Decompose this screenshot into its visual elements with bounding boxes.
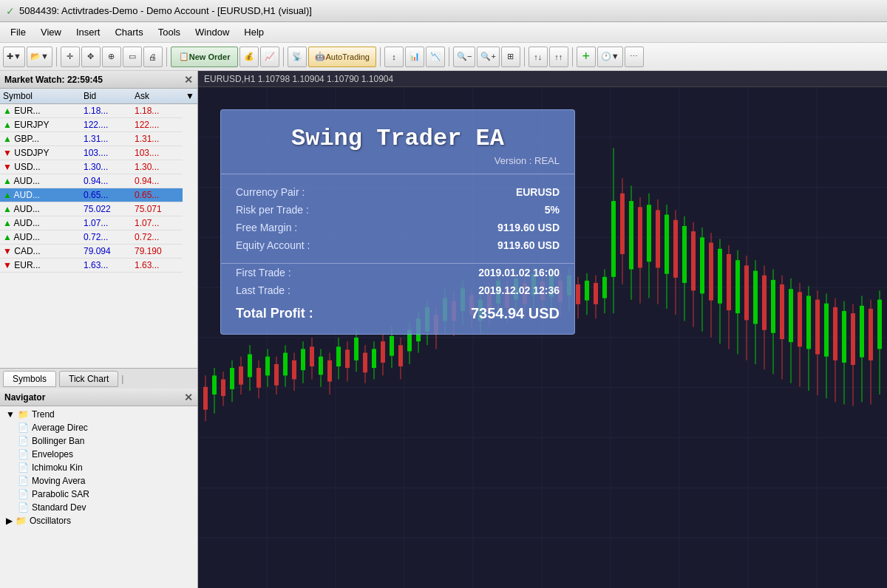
toolbar-open[interactable]: 📂▼: [27, 47, 52, 67]
ask-value: 79.190: [132, 245, 183, 259]
market-watch-row[interactable]: ▲ AUD... 0.94... 0.94...: [0, 174, 197, 188]
ea-row-value: 9119.60 USD: [497, 239, 560, 251]
nav-parabolic[interactable]: 📄 Parabolic SAR: [0, 488, 197, 501]
market-watch-row[interactable]: ▼ CAD... 79.094 79.190: [0, 245, 197, 259]
toolbar-window-tile[interactable]: ⊞: [501, 47, 520, 67]
toolbar: ✚▼ 📂▼ ✛ ✥ ⊕ ▭ 🖨 📋 New Order 💰 📈 📡 🤖 Auto…: [0, 43, 887, 71]
nav-std-dev[interactable]: 📄 Standard Dev: [0, 501, 197, 514]
toolbar-sep-1: [56, 47, 57, 66]
market-watch: Market Watch: 22:59:45 ✕ Symbol Bid Ask …: [0, 71, 197, 389]
toolbar-chart3[interactable]: 📉: [426, 47, 445, 67]
toolbar-chart1[interactable]: ↕: [384, 47, 404, 67]
arrow-up-icon: ▲: [3, 120, 12, 130]
toolbar-period2[interactable]: ↑↑: [549, 47, 568, 67]
col-sort[interactable]: ▼: [183, 89, 197, 104]
market-watch-row[interactable]: ▲ AUD... 75.022 75.071: [0, 202, 197, 216]
toolbar-rect[interactable]: ▭: [123, 47, 142, 67]
ea-trade-label: Last Trade :: [236, 284, 290, 296]
navigator-close[interactable]: ✕: [184, 392, 193, 403]
folder-icon-2: 📁: [16, 516, 27, 526]
toolbar-chart2[interactable]: 📊: [405, 47, 424, 67]
col-ask: Ask: [132, 89, 183, 104]
svg-rect-108: [594, 283, 598, 304]
toolbar-period1[interactable]: ↑↓: [529, 47, 548, 67]
toolbar-trade2[interactable]: 📈: [260, 47, 279, 67]
toolbar-print[interactable]: 🖨: [143, 47, 163, 67]
tab-symbols[interactable]: Symbols: [3, 371, 56, 387]
ask-value: 1.63...: [132, 259, 183, 273]
market-watch-title: Market Watch: 22:59:45: [4, 75, 103, 85]
menu-tools[interactable]: Tools: [151, 24, 188, 40]
nav-moving-avg[interactable]: 📄 Moving Avera: [0, 474, 197, 488]
new-order-button[interactable]: 📋 New Order: [171, 47, 239, 67]
arrow-up-icon: ▲: [3, 218, 12, 228]
symbol-name: ▼ USD...: [0, 160, 81, 174]
svg-rect-162: [833, 307, 837, 360]
nav-oscillators-folder[interactable]: ▶ 📁 Oscillators: [0, 514, 197, 527]
market-watch-row[interactable]: ▲ AUD... 1.07... 1.07...: [0, 216, 197, 230]
market-watch-close[interactable]: ✕: [184, 74, 193, 86]
toolbar-more[interactable]: ⋯: [625, 47, 644, 67]
svg-rect-146: [762, 276, 767, 330]
symbol-name: ▼ USDJPY: [0, 146, 81, 160]
nav-envelopes[interactable]: 📄 Envelopes: [0, 448, 197, 461]
nav-tree: ▼ 📁 Trend 📄 Average Direc 📄 Bollinger Ba…: [0, 406, 197, 529]
svg-rect-52: [345, 349, 350, 368]
ea-panel: Swing Trader EA Version : REAL Currency …: [220, 109, 575, 335]
bid-value: 1.07...: [81, 216, 132, 230]
market-watch-row[interactable]: ▼ EUR... 1.63... 1.63...: [0, 259, 197, 273]
toolbar-zoomin[interactable]: ⊕: [102, 47, 121, 67]
toolbar-green-plus[interactable]: +: [577, 47, 596, 67]
svg-rect-48: [327, 360, 332, 382]
chart-area[interactable]: EURUSD,H1 1.10798 1.10904 1.10790 1.1090…: [198, 71, 887, 588]
toolbar-crosshair[interactable]: ✛: [61, 47, 80, 67]
chart-canvas[interactable]: Swing Trader EA Version : REAL Currency …: [198, 87, 887, 588]
symbol-name: ▲ AUD...: [0, 188, 81, 202]
toolbar-clock[interactable]: 🕐▼: [597, 47, 623, 67]
autotrading-label: AutoTrading: [325, 52, 370, 61]
toolbar-new[interactable]: ✚▼: [3, 47, 25, 67]
bid-value: 0.72...: [81, 230, 132, 245]
nav-ichimoku[interactable]: 📄 Ichimoku Kin: [0, 461, 197, 474]
menu-view[interactable]: View: [33, 24, 69, 40]
bid-value: 122....: [81, 118, 132, 132]
ea-row-value: 9119.60 USD: [497, 222, 560, 233]
svg-rect-40: [292, 360, 296, 380]
menu-insert[interactable]: Insert: [69, 24, 108, 40]
market-watch-row[interactable]: ▲ EUR... 1.18... 1.18...: [0, 104, 197, 118]
ea-profit-value: 7354.94 USD: [471, 305, 560, 322]
toolbar-move[interactable]: ✥: [81, 47, 101, 67]
market-watch-row[interactable]: ▼ USDJPY 103.... 103....: [0, 146, 197, 160]
toolbar-radio[interactable]: 📡: [288, 47, 307, 67]
toolbar-zoom-out[interactable]: 🔍−: [453, 47, 475, 67]
market-watch-row[interactable]: ▲ EURJPY 122.... 122....: [0, 118, 197, 132]
tab-sep: |: [121, 374, 123, 384]
col-symbol: Symbol: [0, 89, 81, 104]
navigator-header: Navigator ✕: [0, 389, 197, 406]
nav-bollinger[interactable]: 📄 Bollinger Ban: [0, 434, 197, 448]
svg-rect-168: [860, 306, 864, 358]
market-watch-row[interactable]: ▼ USD... 1.30... 1.30...: [0, 160, 197, 174]
market-watch-row[interactable]: ▲ AUD... 0.65... 0.65...: [0, 188, 197, 202]
market-watch-row[interactable]: ▲ GBP... 1.31... 1.31...: [0, 132, 197, 146]
menu-window[interactable]: Window: [188, 24, 237, 40]
tab-tick-chart[interactable]: Tick Chart: [59, 371, 118, 387]
svg-rect-154: [798, 292, 802, 346]
svg-rect-32: [256, 368, 261, 388]
market-watch-row[interactable]: ▲ AUD... 0.72... 0.72...: [0, 230, 197, 245]
bid-value: 1.31...: [81, 132, 132, 146]
toolbar-trade1[interactable]: 💰: [239, 47, 259, 67]
menu-charts[interactable]: Charts: [107, 24, 150, 40]
ea-info-row: Equity Account : 9119.60 USD: [236, 236, 560, 254]
toolbar-zoom-in[interactable]: 🔍+: [477, 47, 499, 67]
menu-help[interactable]: Help: [237, 24, 271, 40]
svg-rect-156: [806, 296, 811, 349]
nav-avg-direc[interactable]: 📄 Average Direc: [0, 421, 197, 434]
arrow-up-icon: ▲: [3, 176, 12, 186]
autotrading-button[interactable]: 🤖 AutoTrading: [308, 47, 376, 67]
menu-file[interactable]: File: [3, 24, 33, 40]
arrow-up-icon: ▲: [3, 190, 12, 200]
nav-trend-folder[interactable]: ▼ 📁 Trend: [0, 408, 197, 421]
svg-rect-28: [239, 366, 243, 385]
navigator-title: Navigator: [4, 392, 45, 403]
